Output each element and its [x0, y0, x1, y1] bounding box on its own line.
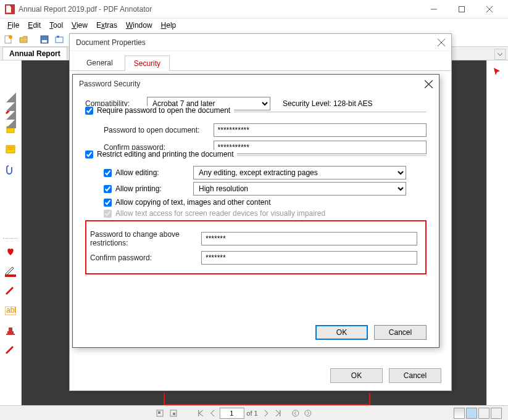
view-continuous-button[interactable]	[466, 408, 477, 419]
svg-rect-25	[173, 413, 175, 415]
allow-editing-label: Allow editing:	[115, 168, 189, 177]
sb-btn-1[interactable]	[154, 408, 165, 419]
attachment-icon[interactable]	[4, 163, 17, 176]
allow-copy-checkbox[interactable]	[104, 199, 112, 207]
page-number-input[interactable]	[219, 408, 244, 419]
doc-props-close-button[interactable]	[438, 39, 445, 46]
menu-window[interactable]: Window	[122, 20, 156, 31]
menu-help[interactable]: Help	[157, 20, 180, 31]
password-security-dialog: Password Security Compatibility: Acrobat…	[72, 74, 439, 348]
heart-stamp-icon[interactable]	[4, 245, 17, 258]
view-single-button[interactable]	[454, 408, 465, 419]
pwd-sec-ok-button[interactable]: OK	[315, 325, 368, 340]
stamp-icon[interactable]	[4, 324, 17, 337]
security-level-label: Security Level: 128-bit AES	[283, 99, 372, 108]
menu-tool[interactable]: Tool	[46, 20, 67, 31]
pwd-change-input[interactable]	[201, 232, 417, 245]
doc-props-title: Document Properties	[76, 38, 146, 47]
page-total-label: of 1	[246, 410, 257, 417]
doc-props-tabs: General Security	[70, 51, 451, 71]
change-password-highlight: Password to change above restrictions: C…	[85, 220, 427, 274]
abl-icon[interactable]: abl	[4, 304, 17, 318]
svg-rect-16	[5, 274, 16, 277]
doc-props-ok-button[interactable]: OK	[330, 368, 383, 383]
pen-red-icon[interactable]	[4, 284, 17, 298]
open-button[interactable]	[17, 33, 30, 46]
triangle-markers	[0, 93, 22, 127]
save-button[interactable]	[38, 33, 51, 46]
allow-printing-select[interactable]: High resolution	[193, 182, 406, 196]
svg-rect-8	[56, 37, 63, 43]
pen2-icon[interactable]	[4, 344, 17, 357]
pointer-right-icon[interactable]	[493, 67, 502, 76]
screenshot-button[interactable]	[53, 33, 65, 46]
confirm-change-input[interactable]	[201, 251, 417, 265]
tab-general[interactable]: General	[77, 55, 122, 70]
menu-view[interactable]: View	[68, 20, 91, 31]
menubar: File Edit Tool View Extras Window Help	[0, 19, 508, 32]
confirm-open-input[interactable]	[214, 141, 427, 154]
pwd-open-label: Password to open document:	[104, 126, 214, 134]
close-button[interactable]	[475, 0, 503, 19]
svg-point-26	[293, 410, 299, 416]
svg-point-5	[9, 35, 12, 39]
back-button[interactable]	[290, 408, 301, 419]
minimize-button[interactable]	[420, 0, 448, 19]
sb-btn-2[interactable]	[168, 408, 179, 419]
svg-rect-1	[459, 6, 464, 12]
svg-point-27	[305, 410, 311, 416]
pwd-sec-title: Password Security	[79, 80, 140, 88]
pwd-open-input[interactable]	[214, 123, 427, 137]
svg-rect-23	[158, 411, 160, 414]
restrict-edit-label: Restrict editing and printing the docume…	[97, 150, 233, 159]
require-open-label: Require password to open the document	[97, 106, 230, 115]
menu-edit[interactable]: Edit	[24, 20, 44, 31]
svg-rect-20	[9, 327, 12, 331]
allow-printing-label: Allow printing:	[115, 184, 189, 193]
document-tab[interactable]: Annual Report	[2, 47, 67, 60]
allow-screenreader-label: Allow text access for screen reader devi…	[115, 209, 325, 218]
svg-rect-19	[7, 331, 14, 334]
note-tool-icon[interactable]	[4, 143, 17, 157]
app-icon	[5, 4, 15, 14]
last-page-button[interactable]	[273, 408, 284, 419]
pwd-sec-cancel-button[interactable]: Cancel	[374, 325, 427, 340]
restrict-edit-checkbox[interactable]	[85, 150, 93, 159]
allow-editing-select[interactable]: Any editing, except extracting pages	[193, 166, 406, 179]
first-page-button[interactable]	[194, 408, 206, 419]
svg-rect-7	[42, 40, 47, 43]
doc-props-cancel-button[interactable]: Cancel	[389, 368, 441, 383]
allow-screenreader-checkbox	[104, 210, 112, 218]
text-color-icon[interactable]	[4, 265, 17, 278]
maximize-button[interactable]	[448, 0, 475, 19]
view-two-button[interactable]	[478, 408, 489, 419]
window-titlebar: Annual Report 2019.pdf - PDF Annotator	[0, 0, 508, 19]
annotation-highlight-bottom	[164, 393, 370, 405]
svg-rect-9	[57, 36, 59, 38]
doc-props-titlebar: Document Properties	[70, 34, 451, 51]
tab-dropdown[interactable]	[494, 49, 506, 60]
confirm-change-label: Confirm password:	[90, 253, 201, 262]
allow-printing-checkbox[interactable]	[104, 185, 112, 193]
prev-page-button[interactable]	[207, 408, 218, 419]
require-open-checkbox[interactable]	[85, 107, 93, 115]
svg-text:abl: abl	[6, 307, 16, 315]
tab-security[interactable]: Security	[125, 56, 170, 71]
right-sidebar	[486, 60, 508, 405]
new-doc-button[interactable]	[2, 33, 15, 46]
next-page-button[interactable]	[260, 408, 272, 419]
window-title: Annual Report 2019.pdf - PDF Annotator	[19, 5, 420, 14]
forward-button[interactable]	[302, 408, 314, 419]
pwd-sec-titlebar: Password Security	[73, 75, 439, 93]
view-thumb-button[interactable]	[491, 408, 502, 419]
menu-file[interactable]: File	[4, 20, 23, 31]
statusbar: of 1	[0, 405, 508, 420]
allow-editing-checkbox[interactable]	[104, 169, 112, 177]
pwd-change-label: Password to change above restrictions:	[90, 230, 201, 247]
menu-extras[interactable]: Extras	[93, 20, 121, 31]
pwd-sec-close-button[interactable]	[425, 80, 433, 88]
svg-rect-21	[6, 334, 15, 335]
allow-copy-label: Allow copying of text, images and other …	[115, 198, 270, 207]
